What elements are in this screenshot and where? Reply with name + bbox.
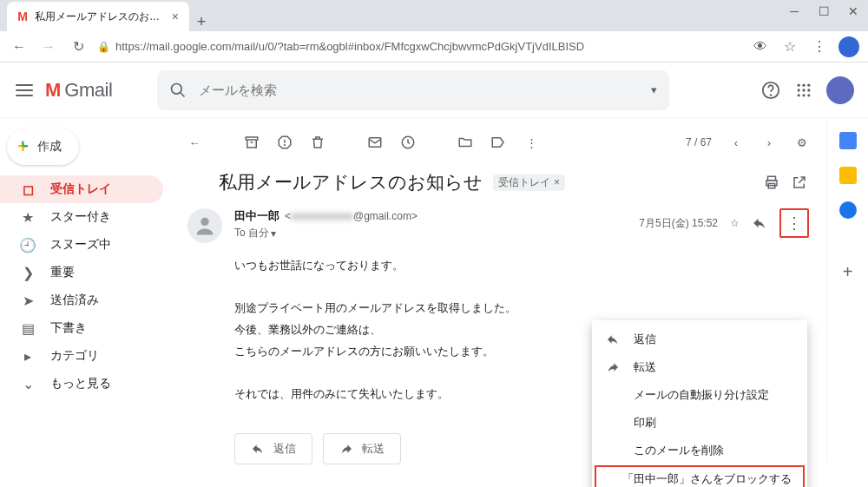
message-toolbar: ← ⋮ 7 / 67 ‹ › ⚙ [177, 122, 819, 163]
snooze-icon[interactable] [399, 134, 417, 151]
compose-button[interactable]: + 作成 [7, 128, 79, 165]
svg-point-7 [798, 89, 800, 91]
gmail-m-icon: M [45, 79, 61, 102]
spam-icon[interactable] [276, 134, 293, 151]
apps-grid-icon[interactable] [793, 80, 814, 101]
forward-label: 転送 [362, 441, 385, 457]
window-close-button[interactable]: ✕ [838, 0, 868, 23]
plus-icon: + [17, 137, 29, 156]
star-icon[interactable]: ☆ [730, 217, 740, 229]
calendar-icon[interactable] [839, 132, 857, 149]
more-toolbar-icon[interactable]: ⋮ [523, 134, 540, 151]
nav-label: 送信済み [50, 293, 99, 308]
message-pane: ← ⋮ 7 / 67 ‹ › ⚙ 私用メールアドレスのお知らせ 受信トレイ × [174, 118, 826, 461]
tab-close-icon[interactable]: × [170, 10, 181, 23]
browser-profile-avatar[interactable] [838, 36, 859, 57]
menu-delete[interactable]: このメールを削除 [592, 437, 807, 464]
account-avatar[interactable] [826, 76, 854, 104]
message-counter: 7 / 67 [686, 136, 712, 148]
reply-button[interactable]: 返信 [234, 433, 312, 464]
tasks-icon[interactable] [839, 201, 857, 219]
settings-gear-icon[interactable]: ⚙ [793, 134, 811, 151]
menu-block-sender[interactable]: 「田中一郎」さんをブロックする [595, 465, 805, 487]
browser-tabstrip: M 私用メールアドレスのお知らせ - × + [0, 0, 868, 31]
sidebar-item-inbox[interactable]: ◻ 受信トレイ [0, 175, 163, 203]
search-icon[interactable] [169, 82, 187, 99]
nav-label: 重要 [50, 265, 75, 280]
menu-reply[interactable]: 返信 [592, 326, 807, 353]
message-timestamp: 7月5日(金) 15:52 [639, 216, 718, 231]
chrome-menu-icon[interactable]: ⋮ [809, 36, 830, 57]
print-icon[interactable] [764, 174, 781, 190]
message-subject: 私用メールアドレスのお知らせ [219, 170, 483, 194]
url-display[interactable]: 🔒 https://mail.google.com/mail/u/0/?tab=… [97, 40, 741, 53]
bookmark-icon[interactable]: ☆ [779, 36, 800, 57]
new-tab-button[interactable]: + [189, 13, 214, 31]
search-options-icon[interactable]: ▾ [651, 83, 657, 96]
menu-forward[interactable]: 転送 [592, 353, 807, 381]
sidebar-item-categories[interactable]: ▸ カテゴリ [0, 342, 163, 370]
svg-point-11 [802, 94, 805, 96]
gmail-logo[interactable]: M Gmail [45, 79, 112, 102]
menu-print[interactable]: 印刷 [592, 409, 807, 437]
browser-tab[interactable]: M 私用メールアドレスのお知らせ - × [7, 2, 189, 31]
label-icon[interactable] [490, 134, 507, 151]
reply-arrow-icon[interactable] [752, 215, 767, 231]
sidebar-item-snoozed[interactable]: 🕘 スヌーズ中 [0, 231, 163, 259]
menu-label: このメールを削除 [634, 443, 724, 458]
svg-point-16 [285, 145, 286, 146]
message-more-menu-button[interactable]: ⋮ [779, 208, 809, 238]
sidebar-item-drafts[interactable]: ▤ 下書き [0, 314, 163, 342]
svg-rect-13 [246, 137, 258, 140]
inbox-label-chip[interactable]: 受信トレイ × [493, 174, 565, 191]
search-bar[interactable]: ▾ [157, 70, 669, 110]
main-menu-icon[interactable] [14, 80, 35, 101]
next-message-icon[interactable]: › [760, 134, 778, 151]
label-chip-remove-icon[interactable]: × [554, 176, 560, 188]
addons-plus-icon[interactable]: + [843, 262, 853, 282]
url-text: https://mail.google.com/mail/u/0/?tab=rm… [115, 40, 584, 53]
prev-message-icon[interactable]: ‹ [727, 134, 745, 151]
sidebar-item-important[interactable]: ❯ 重要 [0, 259, 163, 286]
archive-icon[interactable] [243, 134, 260, 151]
nav-forward-icon[interactable]: → [38, 36, 59, 57]
svg-point-3 [771, 95, 772, 95]
delete-icon[interactable] [309, 134, 326, 151]
side-panel: + [826, 118, 868, 461]
window-minimize-button[interactable]: ─ [779, 0, 809, 23]
menu-filter[interactable]: メールの自動振り分け設定 [592, 381, 807, 409]
compose-label: 作成 [37, 139, 62, 155]
recipient-line[interactable]: To 自分 ▾ [234, 226, 627, 240]
sidebar-item-sent[interactable]: ➤ 送信済み [0, 286, 163, 314]
chevron-down-icon[interactable]: ▾ [271, 227, 276, 240]
search-input[interactable] [199, 82, 639, 97]
nav-label: カテゴリ [50, 348, 99, 364]
label-chip-text: 受信トレイ [498, 175, 550, 190]
svg-point-12 [807, 94, 810, 96]
nav-reload-icon[interactable]: ↻ [68, 36, 89, 57]
sender-avatar[interactable] [187, 208, 222, 243]
nav-label: もっと見る [50, 376, 111, 392]
svg-point-4 [798, 83, 800, 86]
keep-icon[interactable] [839, 167, 857, 184]
nav-back-icon[interactable]: ← [9, 36, 30, 57]
svg-point-5 [802, 83, 805, 86]
menu-label: 返信 [634, 332, 656, 347]
sidebar-item-more[interactable]: ⌄ もっと見る [0, 370, 163, 398]
sidebar-item-starred[interactable]: ★ スター付き [0, 203, 163, 231]
svg-point-22 [201, 218, 208, 226]
mark-unread-icon[interactable] [366, 134, 384, 151]
drafts-icon: ▤ [19, 320, 36, 337]
back-arrow-icon[interactable]: ← [186, 134, 203, 151]
window-maximize-button[interactable]: ☐ [809, 0, 838, 23]
eye-icon[interactable]: 👁 [750, 36, 771, 57]
forward-button[interactable]: 転送 [323, 433, 401, 464]
help-icon[interactable] [760, 80, 781, 101]
move-to-icon[interactable] [457, 134, 474, 151]
menu-label: 印刷 [634, 415, 656, 431]
open-new-window-icon[interactable] [792, 174, 809, 190]
nav-label: スヌーズ中 [50, 237, 111, 253]
clock-icon: 🕘 [19, 237, 36, 253]
message-context-menu: 返信 転送 メールの自動振り分け設定 印刷 このメールを削除 「田中一郎」さんを… [592, 320, 807, 487]
reply-arrow-icon [251, 442, 265, 456]
